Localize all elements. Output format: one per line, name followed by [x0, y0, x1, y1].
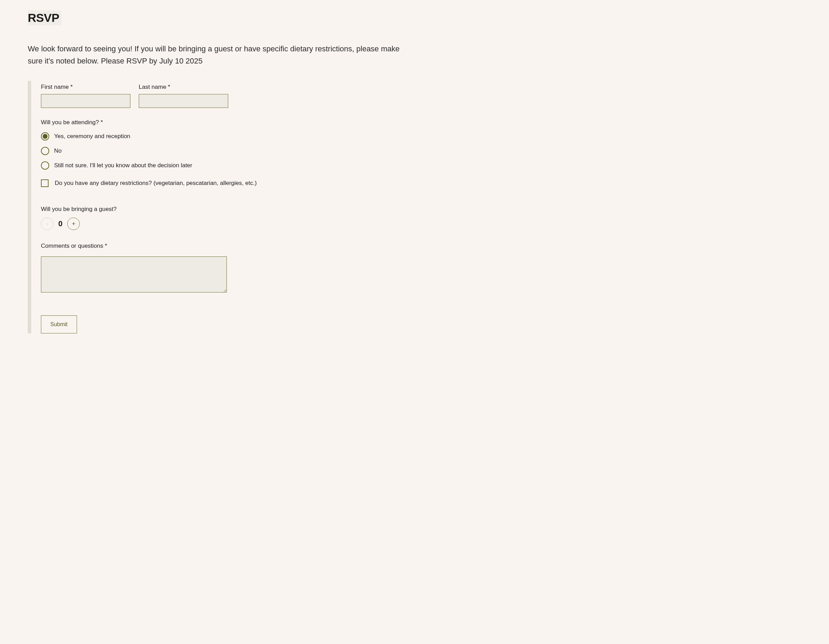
- attending-option-unsure[interactable]: Still not sure. I'll let you know about …: [41, 161, 257, 170]
- last-name-label: Last name *: [139, 84, 228, 90]
- attending-option-label: No: [54, 147, 62, 155]
- guest-increase-button[interactable]: +: [67, 218, 80, 230]
- attending-option-no[interactable]: No: [41, 147, 257, 155]
- submit-button[interactable]: Submit: [41, 316, 77, 333]
- comments-textarea[interactable]: [41, 256, 227, 292]
- guest-stepper: - 0 +: [41, 218, 257, 230]
- rsvp-form: First name * Last name * Will you be att…: [28, 81, 801, 333]
- form-accent-bar: [28, 81, 31, 333]
- radio-icon: [41, 147, 49, 155]
- intro-text: We look forward to seeing you! If you wi…: [28, 43, 402, 67]
- attending-option-yes[interactable]: Yes, ceremony and reception: [41, 132, 257, 140]
- page-title: RSVP: [28, 10, 61, 25]
- attending-option-label: Still not sure. I'll let you know about …: [54, 162, 192, 169]
- attending-option-label: Yes, ceremony and reception: [54, 133, 131, 140]
- guest-count-value: 0: [58, 219, 62, 228]
- comments-label: Comments or questions *: [41, 243, 257, 249]
- first-name-input[interactable]: [41, 94, 131, 108]
- guest-label: Will you be bringing a guest?: [41, 206, 257, 213]
- radio-icon: [41, 132, 49, 140]
- first-name-label: First name *: [41, 84, 131, 90]
- checkbox-icon: [41, 179, 49, 187]
- dietary-checkbox-row[interactable]: Do you have any dietary restrictions? (v…: [41, 179, 257, 187]
- attending-label: Will you be attending? *: [41, 119, 257, 126]
- dietary-label: Do you have any dietary restrictions? (v…: [55, 180, 257, 187]
- guest-decrease-button[interactable]: -: [41, 218, 54, 230]
- radio-icon: [41, 161, 49, 170]
- last-name-input[interactable]: [139, 94, 228, 108]
